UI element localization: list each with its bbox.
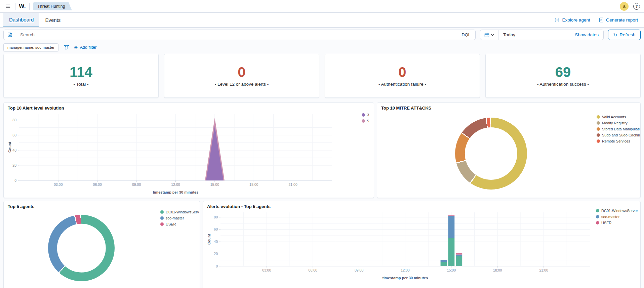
legend-item-remote-services[interactable]: Remote Services bbox=[597, 139, 640, 143]
axis-label: 03:00 bbox=[54, 182, 63, 187]
axis-label: 15:00 bbox=[447, 268, 456, 272]
donut-hole bbox=[57, 224, 106, 273]
alerts-evolution-plot[interactable]: 02040608003:0006:0009:0012:0015:0018:002… bbox=[207, 210, 593, 281]
header-divider bbox=[29, 3, 30, 10]
help-icon[interactable]: ? bbox=[633, 3, 640, 10]
legend-item-5[interactable]: 5 bbox=[362, 119, 369, 123]
filter-funnel-icon[interactable] bbox=[64, 45, 69, 50]
chart-title: Top 5 agents bbox=[8, 204, 196, 210]
axis-label: 60 bbox=[12, 133, 16, 137]
stat-card-auth-failure[interactable]: 0 - Authentication failure - bbox=[325, 54, 480, 98]
date-picker[interactable]: Today Show dates bbox=[480, 30, 604, 40]
refresh-button[interactable]: ↻ Refresh bbox=[608, 30, 641, 40]
legend-item-valid-accounts[interactable]: Valid Accounts bbox=[597, 115, 640, 119]
donut-hole bbox=[465, 127, 517, 180]
bar-segment-USER[interactable] bbox=[456, 253, 462, 255]
axis-label: 80 bbox=[12, 118, 16, 122]
bar-segment-DC01-WindowsServer[interactable] bbox=[456, 256, 462, 266]
plus-circle-icon: ⊕ bbox=[74, 45, 78, 50]
charts-row-2: Top 5 agents DC01-WindowsServersoc-maste… bbox=[3, 201, 641, 288]
wazuh-logo[interactable]: W. bbox=[19, 3, 26, 10]
mitre-donut-chart[interactable] bbox=[455, 118, 527, 190]
legend-dot bbox=[596, 221, 599, 224]
axis-label: 18:00 bbox=[249, 182, 258, 187]
legend-item-modify-registry[interactable]: Modify Registry bbox=[597, 121, 640, 125]
area-series-3[interactable] bbox=[206, 126, 224, 180]
search-bar[interactable]: DQL bbox=[3, 30, 476, 40]
alerts-evolution-top5-agents-svg: 02040608003:0006:0009:0012:0015:0018:002… bbox=[207, 210, 593, 281]
legend-dot bbox=[597, 133, 600, 137]
legend-item-sudo-and-sudo-caching[interactable]: Sudo and Sudo Caching bbox=[597, 133, 640, 137]
bar-segment-DC01-WindowsServer[interactable] bbox=[441, 262, 447, 266]
legend-dot bbox=[597, 139, 600, 143]
date-range-value[interactable]: Today bbox=[498, 32, 575, 37]
legend-item-user[interactable]: USER bbox=[596, 221, 638, 225]
axis-label: 18:00 bbox=[493, 268, 502, 272]
legend-dot bbox=[160, 222, 164, 226]
axis-label: 03:00 bbox=[262, 268, 271, 272]
chart-title: Top 10 MITRE ATT&CKS bbox=[381, 106, 636, 111]
axis-label: 20 bbox=[12, 163, 16, 167]
bar-segment-USER[interactable] bbox=[448, 215, 455, 216]
filter-pill[interactable]: manager.name: soc-master bbox=[3, 43, 58, 51]
bar-segment-soc-master[interactable] bbox=[456, 255, 462, 256]
show-dates-button[interactable]: Show dates bbox=[575, 32, 603, 37]
legend-label: Modify Registry bbox=[602, 121, 628, 125]
stat-value: 0 bbox=[238, 65, 245, 79]
legend-item-3[interactable]: 3 bbox=[362, 113, 369, 117]
axis-label: 0 bbox=[14, 178, 16, 182]
chart-card-top5-agents: Top 5 agents DC01-WindowsServersoc-maste… bbox=[3, 201, 200, 288]
stat-card-auth-success[interactable]: 69 - Authentication success - bbox=[485, 54, 641, 98]
legend-dot bbox=[160, 216, 164, 220]
breadcrumb[interactable]: Threat Hunting bbox=[33, 2, 72, 10]
legend-item-stored-data-manipulation[interactable]: Stored Data Manipulation bbox=[597, 127, 640, 131]
menu-icon[interactable]: ☰ bbox=[4, 3, 12, 10]
legend-item-user[interactable]: USER bbox=[160, 222, 199, 226]
legend-item-soc-master[interactable]: soc-master bbox=[160, 216, 199, 220]
stat-card-level12-alerts[interactable]: 0 - Level 12 or above alerts - bbox=[164, 54, 319, 98]
search-input[interactable] bbox=[16, 32, 457, 37]
stat-label: - Total - bbox=[74, 82, 89, 87]
stat-value: 114 bbox=[70, 65, 92, 79]
axis-label: timestamp per 30 minutes bbox=[383, 276, 428, 280]
legend-label: USER bbox=[601, 221, 612, 225]
legend-item-dc01-windowsserver[interactable]: DC01-WindowsServer bbox=[596, 209, 638, 213]
axis-label: 21:00 bbox=[288, 182, 297, 187]
tab-events[interactable]: Events bbox=[39, 13, 66, 27]
bar-segment-soc-master[interactable] bbox=[441, 260, 447, 262]
legend-item-soc-master[interactable]: soc-master bbox=[596, 215, 638, 219]
calendar-icon[interactable] bbox=[480, 30, 498, 40]
generate-report-button[interactable]: Generate report bbox=[599, 17, 638, 23]
chart-title: Top 10 Alert level evolution bbox=[8, 106, 370, 111]
query-language-button[interactable]: DQL bbox=[457, 32, 475, 37]
bar-segment-soc-master[interactable] bbox=[448, 216, 455, 238]
axis-label: 15:00 bbox=[210, 182, 219, 187]
legend-label: Remote Services bbox=[602, 139, 630, 143]
alert-level-evolution-plot[interactable]: 02040608003:0006:0009:0012:0015:0018:002… bbox=[8, 111, 335, 195]
alert-level-legend: 35 bbox=[362, 113, 369, 125]
explore-agent-button[interactable]: Explore agent bbox=[555, 17, 590, 23]
legend-label: Stored Data Manipulation bbox=[602, 127, 640, 131]
summary-cards-row: 114 - Total - 0 - Level 12 or above aler… bbox=[3, 54, 641, 98]
add-filter-button[interactable]: ⊕ Add filter bbox=[74, 45, 96, 50]
axis-label: Count bbox=[8, 142, 12, 153]
top5-agents-legend: DC01-WindowsServersoc-masterUSER bbox=[160, 210, 199, 228]
mitre-legend: Valid AccountsModify RegistryStored Data… bbox=[597, 115, 640, 145]
generate-report-label: Generate report bbox=[606, 17, 638, 23]
chart-card-alert-level-evolution: Top 10 Alert level evolution 02040608003… bbox=[3, 102, 374, 198]
top5-agents-donut-chart[interactable] bbox=[48, 215, 115, 281]
bar-segment-DC01-WindowsServer[interactable] bbox=[448, 238, 455, 266]
legend-label: soc-master bbox=[166, 216, 184, 220]
tab-actions: Explore agent Generate report bbox=[555, 13, 641, 27]
legend-dot bbox=[596, 215, 599, 218]
stat-label: - Level 12 or above alerts - bbox=[215, 82, 269, 87]
axis-label: 12:00 bbox=[171, 182, 180, 187]
save-query-icon[interactable] bbox=[4, 30, 16, 40]
chevron-down-icon bbox=[491, 34, 494, 36]
alert-level-evolution-svg: 02040608003:0006:0009:0012:0015:0018:002… bbox=[8, 111, 335, 195]
avatar[interactable]: a bbox=[620, 2, 629, 11]
stat-card-total[interactable]: 114 - Total - bbox=[3, 54, 159, 98]
logo-dot: . bbox=[24, 3, 26, 9]
tab-dashboard[interactable]: Dashboard bbox=[3, 13, 39, 27]
legend-item-dc01-windowsserver[interactable]: DC01-WindowsServer bbox=[160, 210, 199, 214]
